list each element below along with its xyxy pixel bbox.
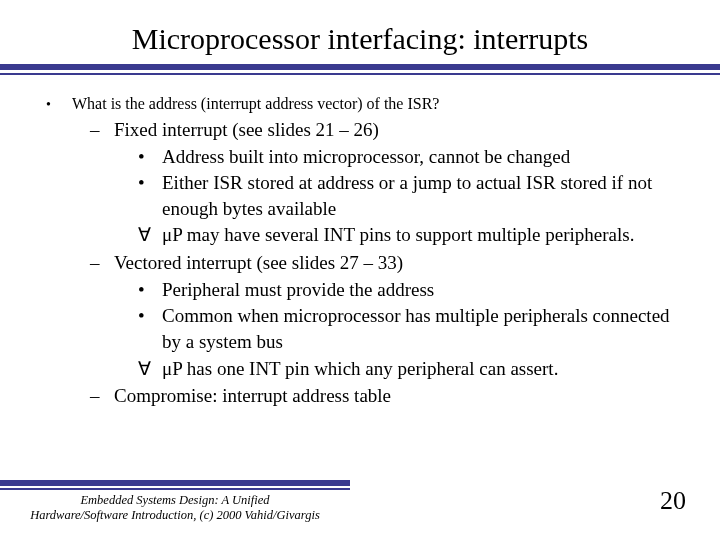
forall-icon: ∀ xyxy=(138,222,162,248)
bullet-lvl3: ∀ μP may have several INT pins to suppor… xyxy=(46,222,674,248)
footer-text: Embedded Systems Design: A Unified Hardw… xyxy=(0,493,350,522)
bullet-text: Vectored interrupt (see slides 27 – 33) xyxy=(114,250,674,276)
bullet-dot-icon: • xyxy=(138,170,162,221)
bullet-text: μP may have several INT pins to support … xyxy=(162,222,674,248)
bullet-dot-icon: • xyxy=(138,277,162,303)
bullet-lvl3: ∀ μP has one INT pin which any periphera… xyxy=(46,356,674,382)
bullet-lvl3: • Address built into microprocessor, can… xyxy=(46,144,674,170)
footer-divider xyxy=(0,480,350,486)
bullet-text: What is the address (interrupt address v… xyxy=(72,93,674,115)
forall-icon: ∀ xyxy=(138,356,162,382)
bullet-lvl3: • Common when microprocessor has multipl… xyxy=(46,303,674,354)
bullet-lvl2: – Vectored interrupt (see slides 27 – 33… xyxy=(46,250,674,276)
title-divider xyxy=(0,64,720,75)
footer-line1: Embedded Systems Design: A Unified xyxy=(80,493,269,507)
bullet-lvl1: • What is the address (interrupt address… xyxy=(46,93,674,115)
bullet-text: Fixed interrupt (see slides 21 – 26) xyxy=(114,117,674,143)
slide-body: • What is the address (interrupt address… xyxy=(0,75,720,409)
bullet-dot-icon: • xyxy=(138,144,162,170)
footer-divider xyxy=(0,488,350,490)
bullet-dot-icon: • xyxy=(138,303,162,354)
bullet-lvl3: • Either ISR stored at address or a jump… xyxy=(46,170,674,221)
bullet-text: Address built into microprocessor, canno… xyxy=(162,144,674,170)
dash-icon: – xyxy=(90,250,114,276)
bullet-lvl2: – Fixed interrupt (see slides 21 – 26) xyxy=(46,117,674,143)
bullet-dot-icon: • xyxy=(46,93,72,115)
bullet-lvl2: – Compromise: interrupt address table xyxy=(46,383,674,409)
footer-line2: Hardware/Software Introduction, (c) 2000… xyxy=(30,508,320,522)
bullet-text: Common when microprocessor has multiple … xyxy=(162,303,674,354)
bullet-text: μP has one INT pin which any peripheral … xyxy=(162,356,674,382)
slide-footer: Embedded Systems Design: A Unified Hardw… xyxy=(0,480,720,522)
bullet-text: Compromise: interrupt address table xyxy=(114,383,674,409)
bullet-text: Either ISR stored at address or a jump t… xyxy=(162,170,674,221)
page-number: 20 xyxy=(660,486,686,516)
slide-title: Microprocessor interfacing: interrupts xyxy=(0,0,720,64)
dash-icon: – xyxy=(90,383,114,409)
bullet-text: Peripheral must provide the address xyxy=(162,277,674,303)
bullet-lvl3: • Peripheral must provide the address xyxy=(46,277,674,303)
dash-icon: – xyxy=(90,117,114,143)
